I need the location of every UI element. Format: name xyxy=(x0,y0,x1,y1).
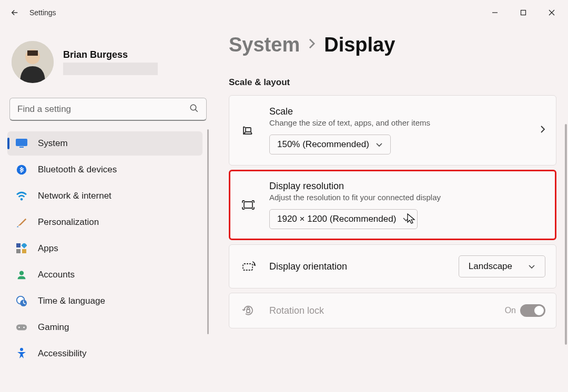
nav-item-apps[interactable]: Apps xyxy=(7,236,202,261)
svg-rect-13 xyxy=(16,243,21,247)
resolution-select-value: 1920 × 1200 (Recommended) xyxy=(277,214,396,224)
scale-subtitle: Change the size of text, apps, and other… xyxy=(269,118,528,127)
nav-label: Gaming xyxy=(38,322,69,333)
gamepad-icon xyxy=(16,322,27,333)
resolution-select[interactable]: 1920 × 1200 (Recommended) xyxy=(269,209,418,229)
svg-line-8 xyxy=(195,109,198,112)
svg-rect-15 xyxy=(16,249,21,253)
nav-label: Bluetooth & devices xyxy=(38,164,117,175)
nav-item-system[interactable]: System xyxy=(7,131,202,156)
nav-item-accounts[interactable]: Accounts xyxy=(7,263,202,287)
content-scrollbar[interactable] xyxy=(565,124,567,345)
scale-card[interactable]: Scale Change the size of text, apps, and… xyxy=(229,95,556,166)
person-icon xyxy=(16,269,27,281)
search-icon xyxy=(189,104,199,115)
rotation-title: Rotation lock xyxy=(269,305,492,316)
orientation-select-value: Landscape xyxy=(469,261,512,272)
nav-label: Personalization xyxy=(38,217,99,228)
nav-label: Accounts xyxy=(38,270,75,280)
apps-icon xyxy=(16,243,27,254)
svg-rect-6 xyxy=(27,50,38,56)
rotation-lock-card: Rotation lock On xyxy=(229,293,556,328)
sidebar: Brian Burgess System xyxy=(0,25,213,392)
orientation-title: Display orientation xyxy=(269,261,446,272)
paintbrush-icon xyxy=(16,216,27,228)
svg-point-12 xyxy=(21,198,23,201)
breadcrumb: System Display xyxy=(229,34,556,56)
accessibility-icon xyxy=(16,348,27,359)
breadcrumb-leaf: Display xyxy=(324,34,395,56)
maximize-button[interactable] xyxy=(511,4,535,21)
svg-point-23 xyxy=(20,348,23,351)
window-title: Settings xyxy=(29,8,56,17)
back-button[interactable] xyxy=(4,2,25,23)
rotation-state: On xyxy=(505,306,516,315)
orientation-card[interactable]: Display orientation Landscape xyxy=(229,244,556,288)
nav-item-personalization[interactable]: Personalization xyxy=(7,210,202,234)
svg-rect-27 xyxy=(247,310,250,313)
resolution-icon xyxy=(240,199,257,211)
nav-item-gaming[interactable]: Gaming xyxy=(7,315,202,339)
search-box[interactable] xyxy=(9,98,207,121)
chevron-down-icon xyxy=(376,139,383,150)
clock-globe-icon xyxy=(16,295,27,307)
minimize-button[interactable] xyxy=(483,4,507,21)
nav-item-bluetooth[interactable]: Bluetooth & devices xyxy=(7,158,202,182)
resolution-title: Display resolution xyxy=(269,181,545,192)
svg-point-17 xyxy=(19,271,24,275)
rotation-toggle[interactable] xyxy=(520,304,545,317)
svg-rect-14 xyxy=(21,243,27,249)
rotation-lock-icon xyxy=(240,304,257,317)
nav-item-time[interactable]: Time & language xyxy=(7,289,202,313)
profile-name: Brian Burgess xyxy=(63,49,158,60)
nav-label: Network & internet xyxy=(38,191,111,201)
svg-rect-9 xyxy=(16,139,27,146)
window-controls xyxy=(483,4,564,21)
nav-label: Time & language xyxy=(38,296,105,306)
svg-point-21 xyxy=(18,327,20,328)
orientation-icon xyxy=(240,261,257,272)
svg-rect-1 xyxy=(521,11,526,15)
chevron-right-icon xyxy=(308,37,316,53)
close-button[interactable] xyxy=(540,4,564,21)
profile-block[interactable]: Brian Burgess xyxy=(7,32,209,98)
chevron-down-icon xyxy=(402,214,410,224)
nav-label: Accessibility xyxy=(38,348,87,359)
wifi-icon xyxy=(16,190,27,202)
monitor-icon xyxy=(16,138,27,149)
bluetooth-icon xyxy=(16,164,27,176)
nav-item-accessibility[interactable]: Accessibility xyxy=(7,342,202,366)
svg-point-7 xyxy=(190,105,196,110)
orientation-select[interactable]: Landscape xyxy=(459,255,545,277)
svg-rect-25 xyxy=(244,202,252,208)
breadcrumb-root[interactable]: System xyxy=(229,34,300,56)
chevron-right-icon[interactable] xyxy=(540,125,545,136)
content-area: System Display Scale & layout Scale Chan… xyxy=(213,25,568,392)
sidebar-scrollbar[interactable] xyxy=(207,129,209,334)
scale-title: Scale xyxy=(269,106,528,117)
svg-rect-16 xyxy=(22,249,26,253)
scale-icon xyxy=(240,123,257,137)
profile-email-masked xyxy=(63,63,158,75)
resolution-card[interactable]: Display resolution Adjust the resolution… xyxy=(229,170,556,240)
svg-rect-20 xyxy=(16,325,27,331)
svg-rect-10 xyxy=(19,147,24,148)
titlebar: Settings xyxy=(0,0,568,25)
svg-rect-24 xyxy=(246,128,251,132)
svg-rect-26 xyxy=(243,264,252,270)
resolution-subtitle: Adjust the resolution to fit your connec… xyxy=(269,193,545,202)
nav-label: Apps xyxy=(38,243,58,254)
search-input[interactable] xyxy=(17,104,189,115)
nav-label: System xyxy=(38,138,68,149)
avatar xyxy=(12,41,54,83)
scale-select[interactable]: 150% (Recommended) xyxy=(269,135,391,154)
chevron-down-icon xyxy=(528,261,535,272)
svg-point-22 xyxy=(23,327,25,328)
scale-select-value: 150% (Recommended) xyxy=(277,139,369,150)
nav-list: System Bluetooth & devices Network & int… xyxy=(7,131,209,366)
nav-item-network[interactable]: Network & internet xyxy=(7,184,202,208)
section-title: Scale & layout xyxy=(229,77,556,88)
